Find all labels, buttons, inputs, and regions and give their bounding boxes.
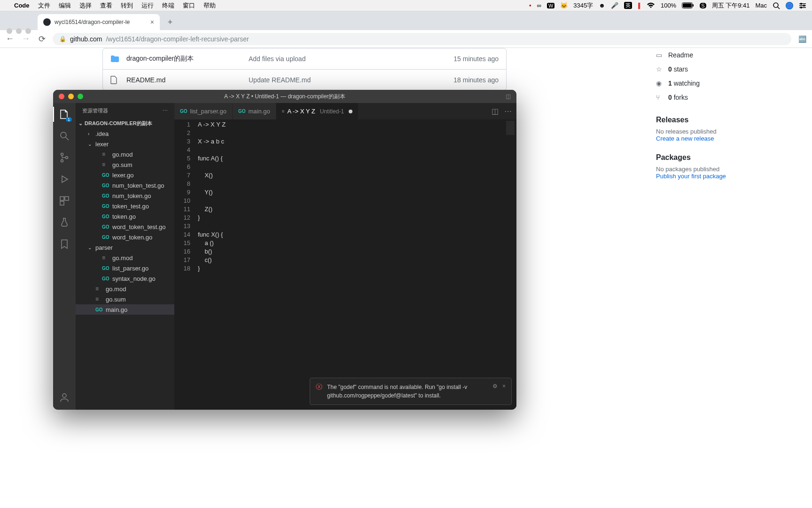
chrome-tab-active[interactable]: wycl16514/dragon-compiler-le × xyxy=(38,14,160,30)
file-icon: ≡ xyxy=(102,161,109,168)
zoom-window-icon[interactable] xyxy=(78,94,83,99)
code-content[interactable]: A -> X Y Z X -> a b c func A() { X() Y()… xyxy=(198,120,516,410)
tree-file[interactable]: GOmain.go xyxy=(76,304,174,315)
status-spotlight-icon[interactable] xyxy=(773,2,780,9)
explorer-root[interactable]: ⌄ DRAGON-COMPILER的副本 xyxy=(76,118,174,128)
sidebar-forks[interactable]: ⑂ 0 forks xyxy=(656,90,799,104)
activity-testing-icon[interactable] xyxy=(58,216,71,229)
status-battery-icon[interactable] xyxy=(682,2,694,8)
releases-heading[interactable]: Releases xyxy=(656,116,799,124)
tree-item-label: .idea xyxy=(95,130,109,137)
chrome-traffic-lights[interactable] xyxy=(7,28,31,34)
menu-edit[interactable]: 编辑 xyxy=(59,1,71,10)
github-file-row[interactable]: README.md Update README.md 18 minutes ag… xyxy=(103,69,506,90)
tree-file[interactable]: ≡go.mod xyxy=(76,149,174,159)
tree-folder[interactable]: ›.idea xyxy=(76,128,174,139)
status-cat-icon[interactable]: 🐱 xyxy=(560,2,568,9)
menu-window[interactable]: 窗口 xyxy=(183,1,195,10)
activity-extensions-icon[interactable] xyxy=(58,194,71,207)
tree-folder[interactable]: ⌄parser xyxy=(76,242,174,253)
svg-rect-17 xyxy=(60,197,64,200)
status-clock[interactable]: 周五 下午9:41 xyxy=(712,1,750,10)
menu-select[interactable]: 选择 xyxy=(79,1,92,10)
chrome-forward-button[interactable]: → xyxy=(21,34,31,44)
tree-file[interactable]: GOsyntax_node.go xyxy=(76,273,174,284)
status-pause-icon[interactable]: ‖ xyxy=(638,2,641,9)
tree-folder[interactable]: ⌄lexer xyxy=(76,139,174,149)
tree-file[interactable]: GOword_token_test.go xyxy=(76,222,174,232)
packages-link[interactable]: Publish your first package xyxy=(656,173,799,180)
menu-run[interactable]: 运行 xyxy=(141,1,154,10)
status-waifu-icon[interactable]: W xyxy=(547,3,554,8)
tree-file[interactable]: GOtoken_test.go xyxy=(76,201,174,211)
status-control-center-icon[interactable] xyxy=(799,2,806,9)
chrome-new-tab-button[interactable]: + xyxy=(164,16,177,29)
sidebar-watching[interactable]: ◉ 1 watching xyxy=(656,76,799,90)
editor-more-icon[interactable]: ⋯ xyxy=(504,107,512,116)
app-name[interactable]: Code xyxy=(14,2,30,9)
menu-terminal[interactable]: 终端 xyxy=(162,1,174,10)
chrome-back-button[interactable]: ← xyxy=(5,34,15,44)
tree-file[interactable]: GOtoken.go xyxy=(76,211,174,222)
editor-tab[interactable]: ≡A -> X Y ZUntitled-1 xyxy=(276,103,359,119)
toast-close-icon[interactable]: × xyxy=(502,383,506,400)
activity-explorer-icon[interactable]: 1 xyxy=(58,108,71,121)
activity-bar: 1 xyxy=(53,103,76,410)
chrome-translate-icon[interactable]: 🔤 xyxy=(797,35,807,43)
activity-scm-icon[interactable] xyxy=(58,151,71,164)
status-word-count[interactable]: 3345字 xyxy=(573,1,593,10)
editor-tab[interactable]: GOmain.go xyxy=(233,103,276,119)
toast-settings-icon[interactable]: ⚙ xyxy=(492,383,498,400)
github-file-row[interactable]: dragon-compiler的副本 Add files via upload … xyxy=(103,48,506,69)
tree-file[interactable]: GOnum_token.go xyxy=(76,190,174,201)
status-mic-icon[interactable]: 🎤 xyxy=(611,2,618,9)
explorer-more-icon[interactable]: ⋯ xyxy=(163,108,168,114)
status-face-icon[interactable]: ☻ xyxy=(599,2,605,9)
status-link-icon[interactable]: ∞ xyxy=(537,2,541,9)
minimize-window-icon[interactable] xyxy=(68,94,74,99)
chrome-tab-close-icon[interactable]: × xyxy=(150,18,154,26)
status-app-icon[interactable]: S xyxy=(700,3,706,8)
packages-heading[interactable]: Packages xyxy=(656,153,799,162)
tree-file[interactable]: ≡go.mod xyxy=(76,253,174,263)
activity-bookmark-icon[interactable] xyxy=(58,238,71,251)
tree-file[interactable]: GOnum_token_test.go xyxy=(76,180,174,190)
menu-view[interactable]: 查看 xyxy=(100,1,112,10)
status-battery[interactable]: 100% xyxy=(661,2,676,9)
status-ime[interactable]: 英 xyxy=(624,2,632,9)
menu-goto[interactable]: 转到 xyxy=(121,1,133,10)
tree-item-label: main.go xyxy=(106,306,127,313)
tree-file[interactable]: GOlexer.go xyxy=(76,170,174,180)
status-siri-icon[interactable] xyxy=(786,2,793,9)
tree-file[interactable]: ≡go.sum xyxy=(76,294,174,304)
tree-file[interactable]: GOlist_parser.go xyxy=(76,263,174,273)
vscode-traffic-lights[interactable] xyxy=(59,94,83,99)
tree-file[interactable]: GOword_token.go xyxy=(76,232,174,242)
editor-tab[interactable]: GOlist_parser.go xyxy=(174,103,233,119)
activity-account-icon[interactable] xyxy=(58,391,71,404)
minimap[interactable] xyxy=(506,121,515,135)
status-user[interactable]: Mac xyxy=(755,2,767,9)
close-window-icon[interactable] xyxy=(59,94,64,99)
menu-file[interactable]: 文件 xyxy=(38,1,50,10)
gutter: 123456789101112131415161718 xyxy=(174,120,198,410)
layout-toggle-icon[interactable]: ◫ xyxy=(506,93,511,100)
releases-link[interactable]: Create a new release xyxy=(656,135,799,142)
code-editor[interactable]: 123456789101112131415161718 A -> X Y Z X… xyxy=(174,119,516,410)
notification-toast: ⓧ The "godef" command is not available. … xyxy=(310,378,512,405)
status-wifi-icon[interactable] xyxy=(647,2,655,8)
sidebar-readme[interactable]: ▭ Readme xyxy=(656,48,799,62)
status-recorder-icon[interactable]: ▪ xyxy=(529,2,531,9)
activity-debug-icon[interactable] xyxy=(58,173,71,186)
menu-help[interactable]: 帮助 xyxy=(203,1,216,10)
tree-file[interactable]: ≡go.mod xyxy=(76,284,174,294)
sidebar-stars[interactable]: ☆ 0 stars xyxy=(656,62,799,76)
activity-search-icon[interactable] xyxy=(58,129,71,143)
folder-icon xyxy=(110,55,120,63)
tree-item-label: num_token.go xyxy=(112,192,151,199)
chrome-address-bar[interactable]: 🔒 github.com/wycl16514/dragon-compiler-l… xyxy=(53,33,791,45)
eye-icon: ◉ xyxy=(656,79,664,87)
split-editor-icon[interactable]: ◫ xyxy=(492,107,499,116)
tree-file[interactable]: ≡go.sum xyxy=(76,159,174,170)
vscode-title-bar[interactable]: A -> X Y Z • Untitled-1 — dragon-compile… xyxy=(53,90,516,103)
